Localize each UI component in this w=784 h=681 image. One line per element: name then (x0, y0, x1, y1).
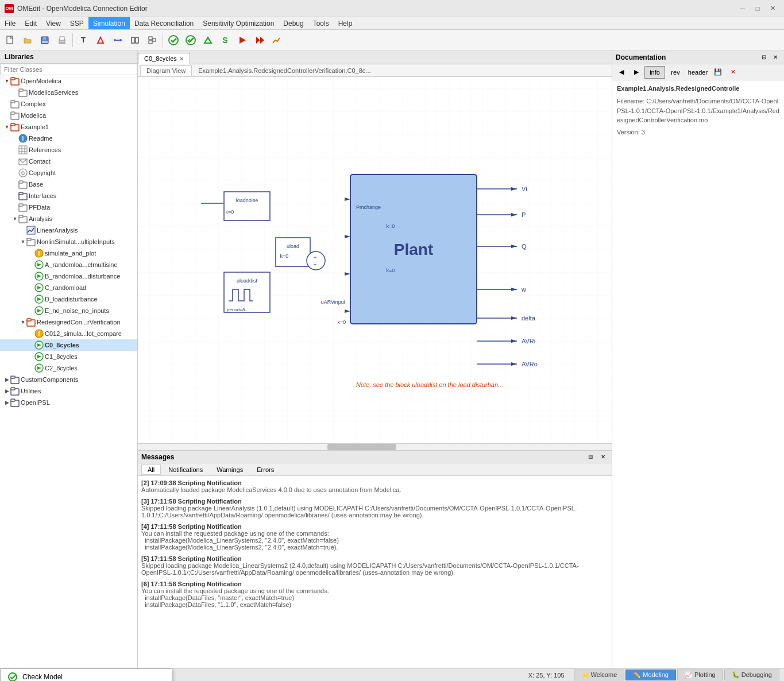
menu-entry-label-check-model: Check Model (22, 673, 63, 681)
svg-point-129 (9, 673, 17, 681)
dropdown-overlay[interactable] (0, 0, 784, 681)
menu-entry-icon-check-model (7, 672, 18, 681)
menu-entry-check-model[interactable]: Check Model (1, 669, 172, 681)
simulation-menu: Check ModelCheck All ModelsInstantiate M… (0, 668, 172, 681)
